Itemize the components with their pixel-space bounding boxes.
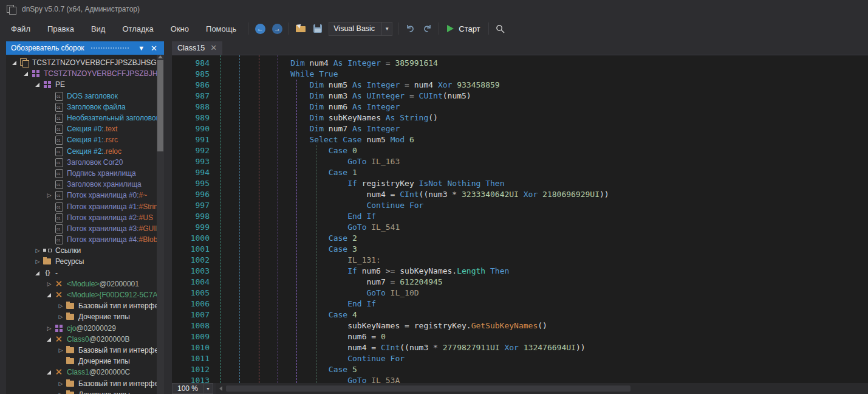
expander-icon[interactable] bbox=[21, 69, 31, 78]
expander-icon[interactable] bbox=[33, 80, 43, 89]
code-line[interactable]: 997 Continue For bbox=[172, 200, 868, 211]
tree-item[interactable]: Дочерние типы bbox=[6, 356, 164, 367]
code-line[interactable]: 991 Select Case num5 Mod 6 bbox=[172, 134, 868, 145]
code-line[interactable]: 993 GoTo IL_163 bbox=[172, 156, 868, 167]
code-line[interactable]: 998 End If bbox=[172, 211, 868, 222]
menu-item[interactable]: Помощь bbox=[197, 21, 245, 36]
code-line[interactable]: 1002 IL_131: bbox=[172, 255, 868, 266]
code-line[interactable]: 996 num4 = CInt((num3 * 3233340642UI Xor… bbox=[172, 189, 868, 200]
code-line[interactable]: 992 Case 0 bbox=[172, 145, 868, 156]
tree-item[interactable]: Поток хранилища #1: #Strings bbox=[6, 201, 164, 212]
menu-item[interactable]: Вид bbox=[83, 21, 114, 36]
expander-icon[interactable] bbox=[44, 367, 54, 377]
tree-item[interactable]: Class1 @0200000C bbox=[6, 367, 164, 378]
tree-item[interactable]: Поток хранилища #3: #GUID bbox=[6, 223, 164, 234]
code-line[interactable]: 1011 Continue For bbox=[172, 353, 868, 364]
expander-icon[interactable] bbox=[10, 58, 19, 67]
code-line[interactable]: 999 GoTo IL_541 bbox=[172, 222, 868, 233]
expander-icon[interactable] bbox=[44, 290, 54, 300]
tree-item[interactable]: cjo @02000029 bbox=[6, 323, 164, 334]
code-line[interactable]: 1005 GoTo IL_10D bbox=[172, 288, 868, 299]
code-line[interactable]: 995 If registryKey IsNot Nothing Then bbox=[172, 178, 868, 189]
code-line[interactable]: 994 Case 1 bbox=[172, 167, 868, 178]
code-line[interactable]: 987 Dim num3 As UInteger = CUInt(num5) bbox=[172, 91, 868, 102]
expander-icon[interactable] bbox=[56, 345, 66, 355]
tree-item[interactable]: Заголовок хранилища bbox=[6, 179, 164, 190]
tree-scrollbar[interactable] bbox=[157, 55, 164, 394]
code-editor[interactable]: 984 Dim num4 As Integer = 385991614985 W… bbox=[172, 55, 868, 383]
tree-item[interactable]: Подпись хранилища bbox=[6, 168, 164, 179]
menu-item[interactable]: Отладка bbox=[114, 21, 162, 36]
code-line[interactable]: 988 Dim num6 As Integer bbox=[172, 102, 868, 112]
tree-item[interactable]: Поток хранилища #4: #Blob bbox=[6, 234, 164, 245]
open-file-button[interactable] bbox=[292, 21, 309, 36]
expander-icon[interactable] bbox=[33, 257, 43, 266]
zoom-selector[interactable]: 100 % ▼ bbox=[172, 383, 213, 394]
code-line[interactable]: 1003 If num6 >= subKeyNames.Length Then bbox=[172, 266, 868, 277]
expander-icon[interactable] bbox=[56, 379, 66, 389]
code-line[interactable]: 1010 num4 = CInt((num3 * 2779827911UI Xo… bbox=[172, 342, 868, 353]
code-line[interactable]: 1008 subKeyNames = registryKey.GetSubKey… bbox=[172, 320, 868, 331]
language-selector[interactable]: Visual Basic ▼ bbox=[329, 22, 392, 36]
tree-scrollbar-thumb[interactable] bbox=[157, 60, 163, 151]
tree-item[interactable]: PE bbox=[6, 79, 164, 90]
tree-item[interactable]: Необязательный заголовок bbox=[6, 112, 164, 123]
menu-item[interactable]: Файл bbox=[2, 21, 39, 36]
tree-item[interactable]: TCSTZTNZOYVERBCFFJPSZBJHSGXCCN bbox=[6, 57, 164, 68]
code-line[interactable]: 1000 Case 2 bbox=[172, 233, 868, 244]
panel-menu-chevron-icon[interactable]: ▼ bbox=[135, 44, 148, 52]
expander-icon[interactable] bbox=[33, 268, 43, 278]
navigate-back-button[interactable]: ← bbox=[251, 21, 268, 36]
panel-close-icon[interactable]: ✕ bbox=[148, 44, 160, 53]
code-line[interactable]: 989 Dim subKeyNames As String() bbox=[172, 112, 868, 123]
expander-icon[interactable] bbox=[56, 390, 66, 394]
expander-icon[interactable] bbox=[56, 301, 66, 311]
code-line[interactable]: 1009 num6 = 0 bbox=[172, 331, 868, 342]
code-line[interactable]: 1006 End If bbox=[172, 299, 868, 309]
expander-icon[interactable] bbox=[44, 190, 54, 200]
tree-item[interactable]: Базовый тип и интерфейсы bbox=[6, 378, 164, 389]
redo-button[interactable] bbox=[419, 21, 436, 36]
expander-icon[interactable] bbox=[44, 334, 54, 344]
expander-icon[interactable] bbox=[44, 279, 54, 289]
menu-item[interactable]: Окно bbox=[162, 21, 197, 36]
code-line[interactable]: 990 Dim num7 As Integer bbox=[172, 123, 868, 134]
search-button[interactable] bbox=[492, 21, 509, 36]
navigate-forward-button[interactable]: → bbox=[268, 21, 285, 36]
tab-close-icon[interactable]: ✕ bbox=[210, 44, 217, 52]
code-line[interactable]: 986 Dim num5 As Integer = num4 Xor 93345… bbox=[172, 80, 868, 91]
horizontal-scrollbar-thumb[interactable] bbox=[226, 385, 630, 392]
save-all-button[interactable] bbox=[309, 21, 326, 36]
tree-item[interactable]: Поток хранилища #0: #~ bbox=[6, 190, 164, 201]
tree-item[interactable]: Базовый тип и интерфейсы bbox=[6, 345, 164, 356]
undo-button[interactable] bbox=[402, 21, 419, 36]
expander-icon[interactable] bbox=[44, 323, 54, 333]
tree-item[interactable]: Секция #1: .rsrc bbox=[6, 134, 164, 145]
menu-item[interactable]: Правка bbox=[39, 21, 83, 36]
tree-item[interactable]: <Module> @02000001 bbox=[6, 278, 164, 289]
horizontal-scrollbar[interactable] bbox=[216, 383, 868, 394]
tree-item[interactable]: Заголовок файла bbox=[6, 102, 164, 112]
tree-item[interactable]: Секция #0: .text bbox=[6, 123, 164, 134]
code-line[interactable]: 1007 Case 4 bbox=[172, 309, 868, 320]
tree-item[interactable]: Поток хранилища #2: #US bbox=[6, 212, 164, 223]
code-line[interactable]: 984 Dim num4 As Integer = 385991614 bbox=[172, 58, 868, 69]
start-button[interactable]: Старт bbox=[442, 21, 485, 36]
tab-class15[interactable]: Class15 ✕ bbox=[172, 41, 222, 55]
tree-item[interactable]: DOS заголовок bbox=[6, 91, 164, 102]
tree-item[interactable]: <Module>{F00DC912-5C7A bbox=[6, 289, 164, 300]
tree-item[interactable]: Class0 @0200000B bbox=[6, 334, 164, 345]
expander-icon[interactable] bbox=[33, 246, 43, 255]
tree-item[interactable]: {}- bbox=[6, 268, 164, 278]
tree-item[interactable]: Дочерние типы bbox=[6, 389, 164, 394]
tree-item[interactable]: Ресурсы bbox=[6, 256, 164, 267]
tree-item[interactable]: Секция #2: .reloc bbox=[6, 146, 164, 157]
code-line[interactable]: 1001 Case 3 bbox=[172, 244, 868, 255]
tree-item[interactable]: Базовый тип и интерфейсы bbox=[6, 300, 164, 311]
tree-item[interactable]: Ссылки bbox=[6, 245, 164, 256]
tree-item[interactable]: TCSTZTNZOYVERBCFFJPSZBJHSGXC bbox=[6, 68, 164, 79]
code-line[interactable]: 1013 GoTo IL_53A bbox=[172, 375, 868, 383]
code-line[interactable]: 1012 Case 5 bbox=[172, 364, 868, 375]
code-line[interactable]: 985 While True bbox=[172, 69, 868, 80]
tree-item[interactable]: Дочерние типы bbox=[6, 311, 164, 322]
